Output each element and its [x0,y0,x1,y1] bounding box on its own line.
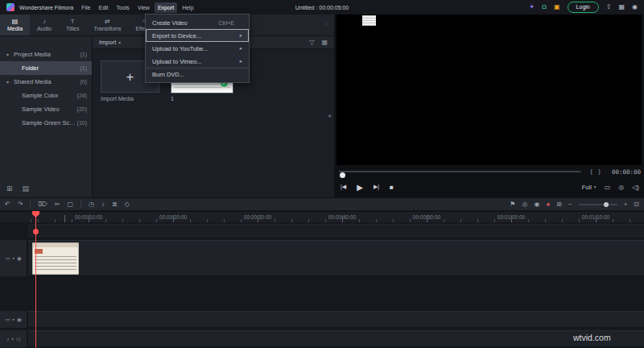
previous-frame-button[interactable]: |◀ [341,184,346,190]
video-track-1: ▭ ▪ ◉ [0,240,644,276]
sidebar-item[interactable]: ▾ Project Media (1) [0,48,92,61]
panel-layout-icon[interactable]: ∷ [325,21,642,27]
menu-item[interactable]: Tools [114,2,133,13]
fit-screen-icon[interactable]: ▭ [605,184,611,191]
sidebar-item-label: Folder [22,64,39,72]
menu-item[interactable]: Help [179,2,196,13]
video-track-1-header: ▭ ▪ ◉ [0,240,27,276]
zoom-in-icon[interactable]: + [624,201,628,208]
export-menu-item[interactable]: Burn DVD... [146,68,249,81]
plugin-icon[interactable]: ✦ [529,4,535,10]
export-menu-item[interactable]: Upload to Vimeo... ▸ [146,55,249,68]
stop-button[interactable]: ■ [390,184,394,191]
timeline-ruler[interactable]: 00:00:10:00 00:00:20:00 00:00:30:00 00:0… [0,212,644,222]
menu-item[interactable]: Edit [95,2,111,13]
grid-view-icon[interactable]: ▦ [321,39,328,46]
speaker-icon[interactable]: ◁ [16,336,20,342]
quality-dropdown[interactable]: Full ▾ [582,184,597,191]
lock-icon[interactable]: ▪ [13,317,14,322]
mark-out-icon[interactable]: } [598,168,601,175]
login-button[interactable]: Login [568,2,599,13]
track-manager-icon[interactable]: ⊞ [556,201,562,208]
sidebar-item[interactable]: Sample Color (24) [0,89,92,102]
next-frame-button[interactable]: ▶| [374,184,379,190]
sidebar-item[interactable]: Sample Video (20) [0,102,92,116]
crop-icon[interactable]: ▢ [67,201,73,208]
scrubber-track[interactable] [339,171,581,172]
filmora-logo-icon [6,3,14,11]
new-folder-icon[interactable]: ⊞ [6,184,13,193]
lock-icon[interactable]: ▪ [13,255,14,261]
audio-track-1-lane [28,330,644,347]
support-headset-icon[interactable]: Ω [542,4,547,10]
play-button[interactable]: ▶ [357,183,363,192]
export-menu-item[interactable]: Upload to YouTube... ▸ [146,42,249,55]
share-icon[interactable]: ⇧ [606,4,612,10]
app-name: Wondershare Filmora [19,5,73,10]
sidebar-item[interactable]: ▾ Shared Media (0) [0,75,92,89]
ruler-timecode-label: 00:01:10:00 [582,214,609,220]
video-track-icon: ▭ [5,317,10,323]
sidebar-item[interactable]: Folder (1) [0,61,92,75]
menu-item-label: Burn DVD... [152,71,184,78]
zoom-out-icon[interactable]: − [568,201,572,208]
volume-icon[interactable]: ◁) [632,184,639,191]
folder-icon[interactable]: ▤ [23,184,30,193]
zoom-fit-icon[interactable]: ⊡ [634,201,639,208]
menubar: Wondershare Filmora File Edit Tools View… [0,0,644,14]
gift-icon[interactable]: ▣ [554,4,560,10]
menu-item[interactable]: View [134,2,153,13]
snapshot-camera-icon[interactable]: ◎ [618,184,624,191]
import-dropdown[interactable]: Import ▾ [99,39,121,46]
library-tab[interactable]: T Titles [59,14,86,35]
ruler-timecode-label: 00:01:00:00 [497,214,525,220]
account-icon[interactable]: ◉ [632,4,638,10]
export-menu-item[interactable]: Export to Device... ▸ [146,29,249,42]
menu-item[interactable]: Export [155,2,177,13]
sidebar-item[interactable]: Sample Green Screen (10) [0,116,92,130]
menu-item-label: Upload to YouTube... [152,45,208,52]
eye-icon[interactable]: ◉ [17,255,22,262]
import-label: Import [99,39,116,46]
mark-in-icon[interactable]: { [590,168,592,175]
keyframe-icon[interactable]: ◇ [125,201,130,208]
undo-icon[interactable]: ↶ [5,201,10,208]
voiceover-mic-icon[interactable]: ◉ [534,201,539,208]
zoom-slider[interactable] [579,201,617,208]
redo-icon[interactable]: ↷ [18,201,23,208]
zoom-slider-knob[interactable] [604,202,609,207]
ruler-timecode-label: 00:00:10:00 [75,214,102,220]
tab-label: Audio [37,26,52,31]
audio-mixer-icon[interactable]: ≣ [112,201,118,208]
delete-icon[interactable]: ⌦ [38,201,47,208]
collapse-panel-icon[interactable]: ◂ [328,112,331,119]
sidebar-item-label: Sample Green Screen [22,119,77,126]
playhead[interactable] [32,211,39,348]
ruler-timecode-label: 00:00:40:00 [328,214,356,220]
media-item-label: 1 [171,96,174,102]
export-menu-item[interactable]: Create Video Ctrl+E [146,16,249,29]
layout-grid-icon[interactable]: ▦ [618,4,625,10]
eye-icon[interactable]: ◉ [17,317,22,323]
tab-icon: ♪ [43,19,46,25]
video-track-2-lane [28,311,644,328]
menu-item[interactable]: File [78,2,93,13]
split-scissors-icon[interactable]: ✂ [55,201,60,208]
chevron-down-icon: ▾ [594,184,597,189]
tab-icon: ▤ [12,19,19,25]
library-tab[interactable]: ⇄ Transitions [86,14,128,35]
preview-right-controls: Full ▾ ▭ ◎ ◁) [582,180,639,194]
detach-audio-icon[interactable]: ♪ [101,201,105,208]
menu-item-label: Export to Device... [152,32,201,39]
library-tab[interactable]: ▤ Media [0,14,30,35]
lock-icon[interactable]: ▪ [11,336,13,342]
speed-icon[interactable]: ◷ [89,201,94,208]
record-icon[interactable]: ● [546,201,550,208]
filter-icon[interactable]: ▽ [309,39,314,46]
library-tab[interactable]: ♪ Audio [30,14,59,35]
scrubber-knob[interactable] [340,172,345,178]
snapshot-icon[interactable]: ◎ [522,201,527,208]
marker-icon[interactable]: ⚑ [510,201,515,208]
audio-track-1-header: ♪ ▪ ◁ [0,330,27,347]
preview-panel: { } 00:00:00 |◀ ▶ ▶| ■ Full ▾ ▭ ◎ ◁) [334,14,644,197]
